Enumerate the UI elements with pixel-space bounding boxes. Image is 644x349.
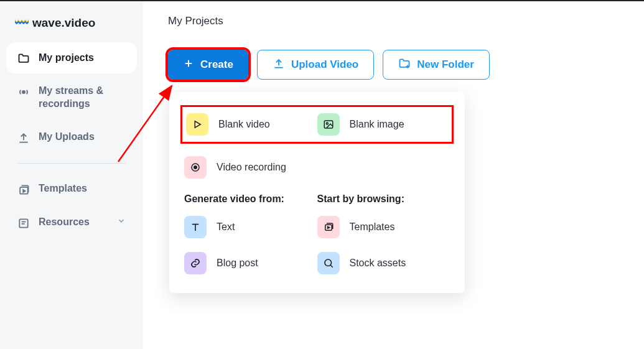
divider (17, 163, 126, 164)
page-title: My Projects (168, 15, 619, 27)
menu-label: Video recording (217, 162, 286, 173)
sidebar-item-templates[interactable]: Templates (6, 174, 137, 205)
folder-icon (17, 52, 30, 65)
dropdown-second-row: Video recording (184, 155, 450, 180)
button-label: Create (200, 58, 233, 71)
logo[interactable]: wave.video (6, 12, 137, 40)
menu-label: Blank image (350, 119, 404, 130)
sidebar-item-streams[interactable]: My streams & recordings (6, 76, 137, 119)
text-icon (184, 216, 207, 238)
svg-point-17 (325, 259, 332, 266)
menu-browse-templates[interactable]: Templates (317, 215, 450, 240)
menu-generate-text[interactable]: Text (184, 215, 317, 240)
menu-blank-image[interactable]: Blank image (317, 112, 449, 137)
svg-line-18 (330, 265, 333, 268)
create-button[interactable]: Create (168, 50, 248, 80)
menu-label: Blank video (218, 119, 270, 130)
new-folder-icon (398, 57, 411, 73)
svg-marker-16 (327, 226, 329, 228)
broadcast-icon (17, 86, 30, 98)
sidebar-item-label: My projects (39, 52, 94, 65)
generate-section-title: Generate video from: (184, 193, 317, 205)
record-icon (184, 156, 207, 179)
image-icon (317, 113, 340, 136)
menu-video-recording[interactable]: Video recording (184, 155, 317, 180)
new-folder-button[interactable]: New Folder (383, 50, 490, 80)
button-label: Upload Video (291, 58, 358, 71)
sidebar-item-resources[interactable]: Resources (6, 207, 137, 238)
sidebar-item-my-projects[interactable]: My projects (6, 42, 137, 73)
browse-section-title: Start by browsing: (317, 193, 450, 205)
sidebar-item-label: Resources (39, 216, 90, 229)
plus-icon (183, 58, 194, 72)
menu-browse-stock[interactable]: Stock assets (317, 251, 450, 276)
logo-icon (15, 18, 29, 28)
upload-icon (17, 132, 30, 144)
menu-label: Text (217, 221, 235, 233)
sidebar-item-label: My streams & recordings (39, 85, 126, 111)
sidebar-item-label: Templates (39, 182, 87, 195)
play-icon (186, 113, 208, 136)
upload-icon (273, 57, 285, 73)
link-icon (184, 252, 207, 274)
resources-icon (17, 217, 30, 230)
menu-label: Templates (350, 221, 395, 233)
sidebar: wave.video My projects My streams & reco… (0, 1, 143, 349)
svg-point-0 (22, 91, 25, 93)
menu-label: Stock assets (350, 258, 406, 269)
dropdown-top-row: Blank video Blank image (180, 105, 454, 144)
main-content: My Projects Create (143, 1, 644, 349)
menu-generate-blog[interactable]: Blog post (184, 251, 317, 276)
menu-label: Blog post (217, 258, 258, 269)
create-dropdown: Blank video Blank image (169, 92, 465, 293)
upload-video-button[interactable]: Upload Video (257, 50, 374, 80)
button-label: New Folder (417, 58, 474, 71)
svg-marker-2 (23, 190, 25, 192)
svg-point-12 (326, 123, 328, 124)
sidebar-item-label: My Uploads (39, 131, 95, 144)
templates-icon (317, 216, 340, 238)
templates-icon (17, 184, 30, 196)
chevron-down-icon (117, 216, 126, 229)
svg-marker-10 (195, 121, 200, 128)
logo-text: wave.video (32, 16, 95, 30)
action-buttons-row: Create Upload Video (168, 50, 619, 80)
menu-blank-video[interactable]: Blank video (186, 112, 317, 137)
search-icon (317, 252, 340, 274)
sidebar-item-uploads[interactable]: My Uploads (6, 122, 137, 153)
svg-point-14 (194, 166, 197, 169)
